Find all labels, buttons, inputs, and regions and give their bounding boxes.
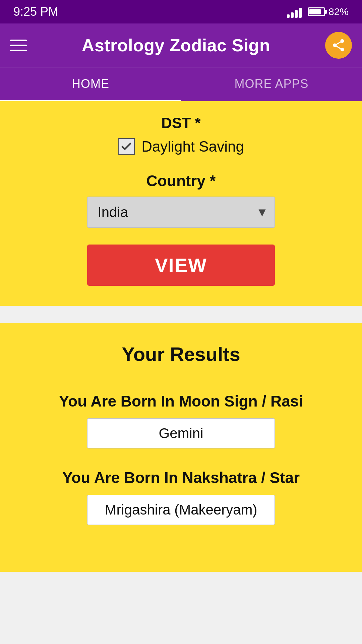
moon-sign-label: You Are Born In Moon Sign / Rasi	[17, 392, 345, 410]
moon-sign-value: Gemini	[87, 418, 275, 448]
section-gap	[0, 306, 362, 323]
share-icon	[331, 38, 346, 53]
daylight-saving-row: Daylight Saving	[17, 138, 345, 155]
nakshatra-value: Mrigashira (Makeeryam)	[87, 495, 275, 525]
country-select[interactable]: India USA UK Australia Canada	[87, 197, 275, 228]
app-bar: Astrology Zodiac Sign	[0, 23, 362, 67]
form-section: DST * Daylight Saving Country * India US…	[0, 101, 362, 306]
battery-icon	[308, 7, 325, 16]
country-section: Country * India USA UK Australia Canada …	[17, 172, 345, 228]
daylight-saving-label: Daylight Saving	[141, 138, 244, 155]
nakshatra-group: You Are Born In Nakshatra / Star Mrigash…	[17, 469, 345, 525]
share-button[interactable]	[325, 32, 352, 59]
app-title: Astrology Zodiac Sign	[82, 35, 270, 55]
battery-fill	[309, 9, 321, 14]
status-bar: 9:25 PM 82%	[0, 0, 362, 23]
results-section: Your Results You Are Born In Moon Sign /…	[0, 323, 362, 572]
menu-icon[interactable]	[10, 40, 27, 51]
view-button[interactable]: VIEW	[87, 245, 275, 286]
tab-more-apps[interactable]: MORE APPS	[181, 67, 362, 101]
tab-home[interactable]: HOME	[0, 67, 181, 101]
nav-tabs: HOME MORE APPS	[0, 67, 362, 101]
nakshatra-label: You Are Born In Nakshatra / Star	[17, 469, 345, 487]
bottom-space	[0, 579, 362, 644]
status-time: 9:25 PM	[13, 5, 58, 19]
daylight-saving-checkbox[interactable]	[118, 138, 135, 155]
signal-icon	[287, 6, 302, 18]
status-icons: 82%	[287, 6, 349, 18]
results-title: Your Results	[17, 343, 345, 365]
country-select-wrapper: India USA UK Australia Canada ▼	[87, 197, 275, 228]
country-label: Country *	[17, 172, 345, 190]
battery-wrapper: 82%	[308, 6, 349, 17]
dst-label: DST *	[17, 115, 345, 131]
battery-percent: 82%	[328, 6, 349, 17]
checkmark-icon	[120, 141, 132, 153]
moon-sign-group: You Are Born In Moon Sign / Rasi Gemini	[17, 392, 345, 448]
